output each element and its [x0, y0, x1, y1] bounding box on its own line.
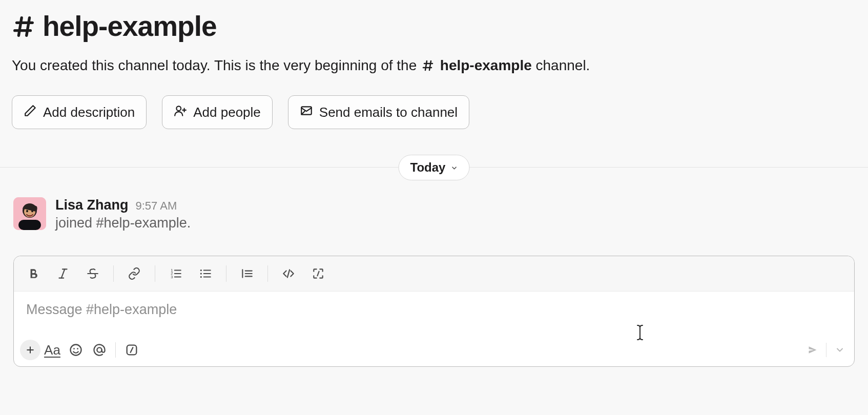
button-label: Add description [43, 105, 135, 120]
avatar[interactable] [13, 197, 46, 230]
channel-actions: Add description Add people Send emails t… [12, 95, 469, 129]
svg-point-33 [200, 276, 202, 278]
date-divider: Today [0, 167, 868, 168]
code-block-button[interactable] [306, 261, 330, 286]
code-button[interactable] [276, 261, 301, 286]
svg-line-38 [287, 269, 290, 277]
hash-icon [12, 15, 35, 38]
send-button[interactable] [804, 342, 821, 358]
send-group [804, 342, 848, 358]
strikethrough-button[interactable] [80, 261, 105, 286]
svg-point-31 [200, 269, 202, 271]
system-message: Lisa Zhang 9:57 AM joined #help-example. [13, 197, 191, 231]
message-input[interactable] [25, 301, 845, 328]
mention-button[interactable] [88, 338, 111, 362]
send-options-button[interactable] [832, 342, 848, 358]
toolbar-divider [113, 265, 114, 282]
svg-point-45 [97, 347, 101, 352]
toggle-formatting-button[interactable]: Aa [40, 338, 64, 362]
button-label: Add people [193, 105, 261, 120]
toolbar-divider [115, 342, 116, 358]
toolbar-divider [826, 343, 826, 357]
svg-point-44 [77, 348, 78, 349]
svg-line-2 [18, 17, 22, 35]
italic-button[interactable] [51, 261, 75, 286]
email-forward-icon [300, 104, 313, 121]
hash-icon [422, 59, 434, 75]
svg-line-20 [61, 269, 65, 278]
formatting-icon: Aa [44, 342, 60, 358]
bulleted-list-button[interactable] [193, 261, 218, 286]
divider-line [0, 167, 434, 168]
person-plus-icon [174, 104, 187, 121]
ordered-list-button[interactable]: 123 [163, 261, 188, 286]
composer-bottom-bar: Aa [14, 334, 854, 366]
svg-point-42 [71, 345, 81, 356]
pencil-icon [24, 104, 37, 121]
svg-point-43 [73, 348, 75, 349]
svg-line-3 [27, 17, 30, 35]
attach-button[interactable] [20, 340, 40, 360]
link-button[interactable] [122, 261, 147, 286]
channel-intro-text: You created this channel today. This is … [12, 57, 590, 75]
add-description-button[interactable]: Add description [12, 95, 147, 129]
event-timestamp: 9:57 AM [136, 199, 177, 213]
channel-name: help-example [43, 12, 217, 40]
svg-point-15 [26, 210, 28, 213]
message-composer: 123 Aa [13, 256, 855, 367]
date-jump-button[interactable]: Today [399, 155, 470, 180]
svg-line-7 [429, 61, 431, 70]
divider-line [434, 167, 868, 168]
event-user-name[interactable]: Lisa Zhang [55, 197, 129, 213]
emoji-button[interactable] [64, 338, 88, 362]
svg-text:3: 3 [171, 275, 173, 279]
toolbar-divider [155, 265, 155, 282]
formatting-toolbar: 123 [14, 256, 854, 292]
chevron-down-icon [450, 160, 458, 175]
add-people-button[interactable]: Add people [162, 95, 273, 129]
svg-line-47 [131, 347, 133, 352]
shortcuts-button[interactable] [120, 338, 143, 362]
svg-line-39 [317, 272, 319, 276]
date-label: Today [410, 160, 446, 175]
button-label: Send emails to channel [319, 105, 458, 120]
svg-point-32 [200, 273, 202, 274]
blockquote-button[interactable] [235, 261, 259, 286]
toolbar-divider [226, 265, 226, 282]
send-emails-button[interactable]: Send emails to channel [288, 95, 469, 129]
intro-suffix: channel. [536, 57, 590, 73]
svg-rect-17 [18, 220, 41, 230]
bold-button[interactable] [21, 261, 46, 286]
intro-channel-name: help-example [440, 57, 532, 73]
event-text: joined #help-example. [55, 215, 191, 231]
svg-line-6 [425, 61, 427, 70]
channel-title: help-example [12, 12, 217, 40]
toolbar-divider [267, 265, 268, 282]
svg-point-8 [177, 106, 181, 111]
intro-prefix: You created this channel today. This is … [12, 57, 421, 73]
